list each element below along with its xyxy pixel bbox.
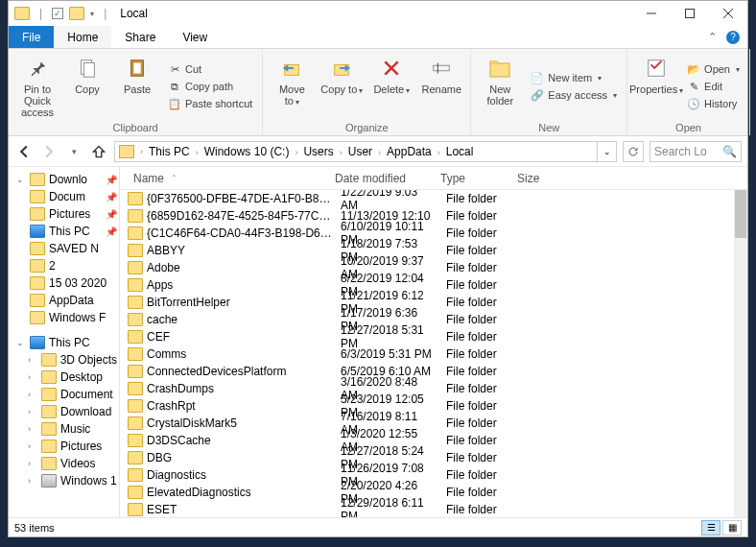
up-button[interactable] [89, 142, 108, 161]
back-button[interactable] [14, 142, 34, 161]
explorer-window: | ✓ ▾ | Local File Home Share View ⌃ ? [8, 0, 748, 537]
expand-icon[interactable]: › [28, 441, 37, 451]
pin-to-quick-access-button[interactable]: Pin to Quick access [14, 53, 60, 120]
vertical-scrollbar[interactable] [734, 190, 747, 517]
pin-icon: 📌 [106, 192, 117, 202]
file-name: DBG [147, 451, 335, 464]
search-input[interactable]: Search Lo 🔍 [650, 141, 742, 162]
move-to-button[interactable]: Move to▾ [269, 53, 315, 120]
sidebar-item[interactable]: This PC📌 [9, 223, 119, 240]
sidebar-item[interactable]: 15 03 2020 [9, 274, 119, 292]
column-type[interactable]: Type [435, 172, 511, 185]
sidebar-item[interactable]: ›Desktop [9, 369, 119, 386]
delete-icon [378, 55, 405, 82]
maximize-button[interactable] [671, 1, 709, 26]
tab-share[interactable]: Share [111, 26, 169, 48]
sidebar-item[interactable]: ›Music [9, 420, 119, 438]
sidebar-item[interactable]: ⌄Downlo📌 [9, 171, 119, 188]
breadcrumb-segment[interactable]: Windows 10 (C:) [201, 145, 294, 158]
delete-button[interactable]: Delete▾ [368, 53, 414, 120]
paste-shortcut-button[interactable]: 📋Paste shortcut [164, 96, 256, 111]
breadcrumb-segment[interactable]: AppData [383, 145, 436, 158]
address-dropdown[interactable]: ⌄ [597, 142, 616, 161]
column-date[interactable]: Date modified [329, 172, 435, 185]
sidebar-item[interactable]: Pictures📌 [9, 205, 119, 223]
folder-icon [128, 244, 143, 257]
checkbox-icon[interactable]: ✓ [52, 8, 63, 19]
new-item-button[interactable]: 📄New item▾ [527, 70, 621, 85]
folder-icon [128, 192, 143, 205]
sidebar-item-label: Download [60, 405, 111, 418]
paste-button[interactable]: Paste [114, 53, 160, 120]
expand-icon[interactable]: › [28, 424, 37, 434]
sidebar-item[interactable]: ›Videos [9, 455, 119, 472]
properties-button[interactable]: Properties▾ [633, 53, 679, 120]
expand-icon[interactable]: › [28, 390, 37, 399]
history-button[interactable]: 🕓History [683, 96, 744, 111]
collapse-icon[interactable]: ⌄ [16, 338, 26, 347]
cut-button[interactable]: ✂Cut [164, 61, 256, 77]
close-button[interactable] [709, 1, 747, 26]
expand-icon[interactable]: › [28, 372, 37, 382]
scroll-thumb[interactable] [735, 190, 746, 238]
breadcrumb-segment[interactable]: Users [299, 145, 337, 158]
tab-view[interactable]: View [169, 26, 221, 48]
file-row[interactable]: Comms6/3/2019 5:31 PMFile folder [120, 345, 747, 363]
rename-button[interactable]: Rename [418, 53, 464, 120]
qat-dropdown-icon[interactable]: ▾ [90, 10, 94, 18]
copy-path-button[interactable]: ⧉Copy path [164, 79, 256, 94]
sidebar-item[interactable]: Windows F [9, 309, 119, 326]
collapse-icon[interactable]: ⌄ [16, 175, 26, 184]
copy-button[interactable]: Copy [64, 53, 110, 120]
navigation-pane[interactable]: ⌄Downlo📌Docum📌Pictures📌This PC📌SAVED N21… [9, 167, 120, 517]
expand-icon[interactable]: › [28, 355, 37, 365]
file-type: File folder [440, 468, 517, 482]
icons-view-button[interactable]: ▦ [722, 520, 742, 535]
sidebar-item[interactable]: SAVED N [9, 240, 119, 257]
sidebar-item[interactable]: Docum📌 [9, 188, 119, 205]
ribbon-tabs: File Home Share View ⌃ ? [9, 26, 747, 49]
refresh-button[interactable] [623, 141, 644, 162]
folder-icon [128, 468, 143, 482]
expand-icon[interactable]: › [28, 407, 37, 416]
new-folder-button[interactable]: New folder [477, 53, 523, 120]
recent-dropdown[interactable]: ▾ [64, 142, 83, 161]
collapse-ribbon-icon[interactable]: ⌃ [708, 31, 717, 43]
expand-icon[interactable]: › [28, 459, 37, 468]
breadcrumb-segment[interactable]: This PC [145, 145, 194, 158]
sidebar-item[interactable]: AppData [9, 292, 119, 309]
sidebar-item[interactable]: ›Download [9, 403, 119, 420]
column-size[interactable]: Size [511, 172, 569, 185]
sidebar-item[interactable]: 2 [9, 257, 119, 274]
file-row[interactable]: {0F376500-DFBE-47DE-A1F0-B86761A82B1/22/… [120, 190, 747, 207]
edit-button[interactable]: ✎Edit [683, 79, 744, 94]
tab-home[interactable]: Home [54, 26, 111, 48]
details-view-button[interactable]: ☰ [701, 520, 721, 535]
file-row[interactable]: CEF12/27/2018 5:31 PMFile folder [120, 328, 747, 345]
drive-icon [41, 474, 57, 488]
file-row[interactable]: ESET12/29/2018 6:11 PMFile folder [120, 501, 747, 517]
folder-icon [30, 294, 45, 307]
breadcrumb-bar[interactable]: › This PC›Windows 10 (C:)›Users›User›App… [114, 141, 617, 162]
help-icon[interactable]: ? [726, 31, 740, 44]
pc-icon [30, 225, 45, 238]
easy-access-button[interactable]: 🔗Easy access▾ [527, 87, 621, 103]
tab-file[interactable]: File [9, 26, 54, 48]
column-name[interactable]: Name ⌃ [128, 172, 329, 185]
search-icon: 🔍 [722, 145, 737, 158]
copy-to-button[interactable]: Copy to▾ [319, 53, 365, 120]
breadcrumb-segment[interactable]: User [344, 145, 376, 158]
file-type: File folder [440, 226, 517, 240]
open-button[interactable]: 📂Open▾ [683, 61, 744, 77]
file-list[interactable]: {0F376500-DFBE-47DE-A1F0-B86761A82B1/22/… [120, 190, 747, 517]
expand-icon[interactable]: › [28, 476, 37, 486]
sidebar-this-pc[interactable]: ⌄ This PC [9, 334, 119, 351]
breadcrumb-segment[interactable]: Local [442, 145, 478, 158]
sidebar-item[interactable]: ›Document [9, 386, 119, 403]
forward-button[interactable] [39, 142, 59, 161]
minimize-button[interactable] [632, 1, 671, 26]
sidebar-item[interactable]: ›Windows 1 [9, 472, 119, 489]
sidebar-item[interactable]: ›3D Objects [9, 351, 119, 369]
sidebar-item[interactable]: ›Pictures [9, 438, 119, 455]
properties-icon [643, 55, 670, 82]
